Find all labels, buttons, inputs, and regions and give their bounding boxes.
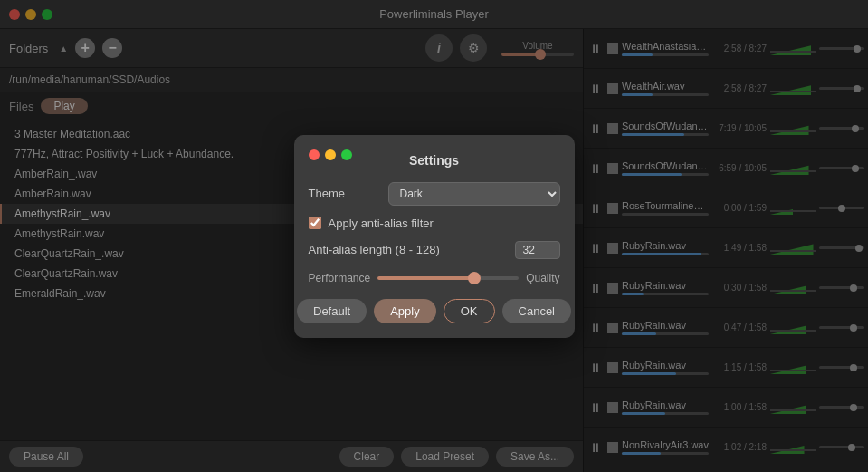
antialias-length-row: Anti-alias length (8 - 128) bbox=[309, 241, 560, 259]
performance-label: Performance bbox=[309, 272, 371, 284]
modal-buttons: Default Apply OK Cancel bbox=[309, 299, 560, 323]
antialias-checkbox-row: Apply anti-alias filter bbox=[309, 217, 560, 230]
apply-button[interactable]: Apply bbox=[374, 299, 436, 323]
theme-row: Theme Dark Light System bbox=[309, 182, 560, 206]
theme-label: Theme bbox=[309, 187, 381, 200]
antialias-length-input[interactable] bbox=[515, 241, 560, 259]
modal-min-button[interactable] bbox=[325, 149, 336, 160]
antialias-checkbox[interactable] bbox=[309, 217, 321, 229]
antialias-checkbox-label: Apply anti-alias filter bbox=[329, 217, 434, 230]
performance-slider[interactable] bbox=[377, 276, 519, 280]
default-button[interactable]: Default bbox=[297, 299, 367, 323]
modal-max-button[interactable] bbox=[341, 149, 352, 160]
modal-close-button[interactable] bbox=[309, 149, 320, 160]
settings-modal: Settings Theme Dark Light System Apply a… bbox=[294, 135, 575, 338]
performance-row: Performance Quality bbox=[309, 272, 560, 284]
theme-select[interactable]: Dark Light System bbox=[388, 182, 560, 206]
quality-label: Quality bbox=[526, 272, 559, 284]
modal-overlay: Settings Theme Dark Light System Apply a… bbox=[0, 0, 868, 472]
cancel-button[interactable]: Cancel bbox=[502, 299, 571, 323]
ok-button[interactable]: OK bbox=[444, 299, 495, 323]
antialias-length-label: Anti-alias length (8 - 128) bbox=[309, 243, 508, 256]
